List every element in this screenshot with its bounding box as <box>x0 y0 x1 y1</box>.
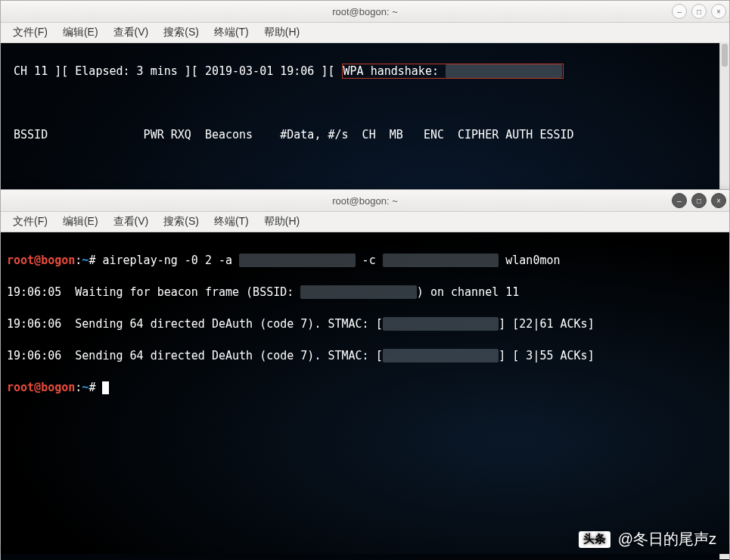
close-button[interactable]: × <box>711 4 726 19</box>
handshake-mac-redacted: XX:XX:XX:XX:XX:XX <box>446 64 562 78</box>
prompt-host: root@bogon <box>7 254 75 267</box>
cursor-icon <box>102 381 109 394</box>
ap-table-header: BSSID PWR RXQ Beacons #Data, #/s CH MB E… <box>7 127 723 143</box>
maximize-button[interactable]: □ <box>691 4 707 19</box>
client-mac-redacted: XX:XX:XX:XX:XX:XX <box>383 254 499 267</box>
menu-help[interactable]: 帮助(H) <box>256 24 307 41</box>
menu-search[interactable]: 搜索(S) <box>156 213 207 230</box>
close-button[interactable]: × <box>711 193 726 208</box>
menu-help[interactable]: 帮助(H) <box>256 213 307 230</box>
maximize-button[interactable]: □ <box>691 193 707 208</box>
menu-search[interactable]: 搜索(S) <box>156 24 207 41</box>
output-line: 19:06:06 Sending 64 directed DeAuth (cod… <box>7 348 723 364</box>
scrollbar-thumb[interactable] <box>722 44 728 67</box>
menu-file[interactable]: 文件(F) <box>5 213 55 230</box>
menu-terminal[interactable]: 终端(T) <box>207 24 256 41</box>
menu-edit[interactable]: 编辑(E) <box>55 24 106 41</box>
terminal-window-aireplay: root@bogon: ~ – □ × 文件(F) 编辑(E) 查看(V) 搜索… <box>0 189 730 545</box>
mac-redacted: XX:XX:XX:XX:XX:XX <box>300 285 417 299</box>
menu-terminal[interactable]: 终端(T) <box>207 213 256 230</box>
titlebar[interactable]: root@bogon: ~ – □ × <box>1 190 729 212</box>
titlebar[interactable]: root@bogon: ~ – □ × <box>1 1 729 23</box>
prompt-host: root@bogon <box>7 381 75 394</box>
watermark: 头条 @冬日的尾声z <box>579 529 716 549</box>
mac-redacted: XX:XX:XX:XX:XX:XX <box>383 317 499 331</box>
output-line: 19:06:05 Waiting for beacon frame (BSSID… <box>7 285 723 300</box>
status-line: CH 11 ][ Elapsed: 3 mins ][ 2019-03-01 1… <box>7 64 723 79</box>
minimize-button[interactable]: – <box>672 193 687 208</box>
terminal-output[interactable]: root@bogon:~# aireplay-ng -0 2 -a XX:XX:… <box>1 232 729 554</box>
output-line: 19:06:06 Sending 64 directed DeAuth (cod… <box>7 316 723 332</box>
menu-view[interactable]: 查看(V) <box>106 24 157 41</box>
minimize-button[interactable]: – <box>672 4 687 19</box>
prompt-line: root@bogon:~# <box>7 380 723 396</box>
menubar: 文件(F) 编辑(E) 查看(V) 搜索(S) 终端(T) 帮助(H) <box>1 212 729 232</box>
menubar: 文件(F) 编辑(E) 查看(V) 搜索(S) 终端(T) 帮助(H) <box>1 23 729 43</box>
watermark-icon: 头条 <box>579 531 610 548</box>
command-line: root@bogon:~# aireplay-ng -0 2 -a XX:XX:… <box>7 253 723 269</box>
window-title: root@bogon: ~ <box>1 195 729 207</box>
menu-file[interactable]: 文件(F) <box>5 24 55 41</box>
handshake-highlight: WPA handshake: XX:XX:XX:XX:XX:XX <box>342 64 564 79</box>
watermark-text: @冬日的尾声z <box>618 529 716 549</box>
target-bssid-redacted: XX:XX:XX:XX:XX:XX <box>239 254 356 267</box>
mac-redacted: XX:XX:XX:XX:XX:XX <box>383 349 499 362</box>
menu-view[interactable]: 查看(V) <box>106 213 157 230</box>
menu-edit[interactable]: 编辑(E) <box>55 213 106 230</box>
window-title: root@bogon: ~ <box>1 6 729 17</box>
